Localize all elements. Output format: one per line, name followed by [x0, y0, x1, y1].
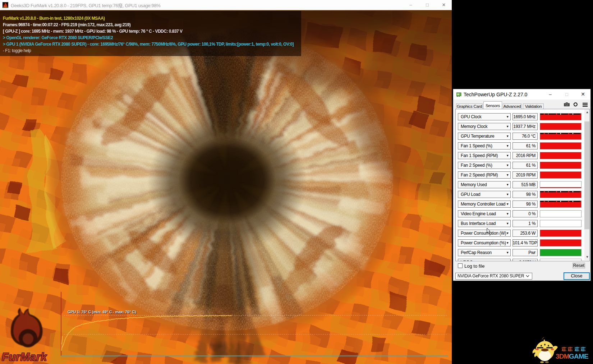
svg-text:3DM: 3DM: [556, 353, 569, 360]
svg-text:GPU 1: 76° C (min: 49° C - max: GPU 1: 76° C (min: 49° C - max: 76° C): [68, 310, 136, 314]
svg-text:FurMark: FurMark: [2, 351, 47, 363]
svg-text:GAME: GAME: [569, 353, 588, 360]
